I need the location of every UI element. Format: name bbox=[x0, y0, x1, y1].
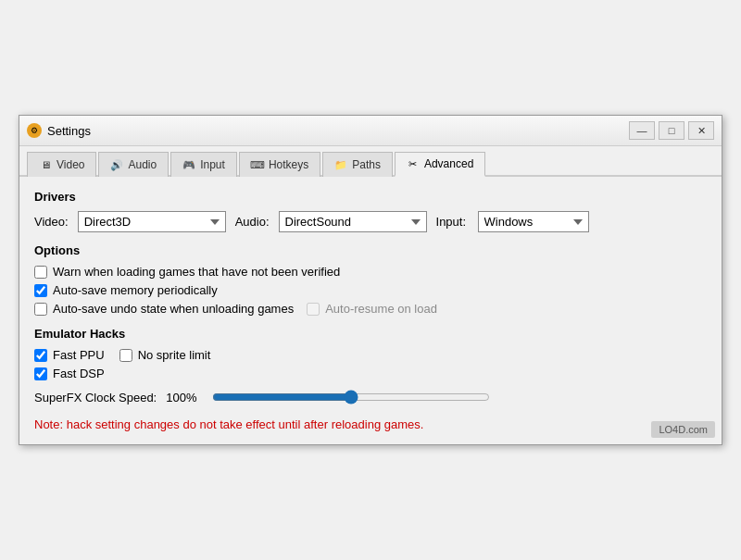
advanced-tab-icon: ✂ bbox=[407, 157, 420, 170]
close-button[interactable]: ✕ bbox=[688, 121, 714, 140]
fast-ppu-label: Fast PPU bbox=[53, 348, 105, 362]
no-sprite-limit-row: No sprite limit bbox=[119, 348, 211, 362]
title-bar: ⚙ Settings — □ ✕ bbox=[19, 116, 722, 146]
emulator-hacks-section: Emulator Hacks Fast PPU No sprite limit … bbox=[34, 327, 707, 406]
fast-dsp-row: Fast DSP bbox=[34, 367, 707, 380]
fast-dsp-label: Fast DSP bbox=[53, 367, 105, 380]
video-driver-label: Video: bbox=[34, 215, 69, 229]
watermark: LO4D.com bbox=[651, 421, 715, 438]
autosave-mem-label: Auto-save memory periodically bbox=[53, 283, 218, 297]
no-sprite-limit-label: No sprite limit bbox=[138, 348, 211, 362]
tab-bar: 🖥 Video 🔊 Audio 🎮 Input ⌨ Hotkeys 📁 Path… bbox=[19, 146, 722, 177]
hacks-title: Emulator Hacks bbox=[34, 327, 707, 341]
warn-checkbox[interactable] bbox=[34, 266, 47, 279]
title-bar-left: ⚙ Settings bbox=[27, 123, 91, 138]
no-sprite-limit-checkbox[interactable] bbox=[119, 349, 132, 362]
audio-driver-label: Audio: bbox=[235, 215, 270, 229]
superfx-label: SuperFX Clock Speed: bbox=[34, 391, 157, 404]
autosave-mem-checkbox[interactable] bbox=[34, 284, 47, 297]
minimize-button[interactable]: — bbox=[629, 121, 655, 140]
input-driver-label: Input: bbox=[436, 215, 469, 229]
video-driver-select[interactable]: Direct3D OpenGL bbox=[78, 211, 226, 232]
options-title: Options bbox=[34, 243, 707, 257]
app-icon: ⚙ bbox=[27, 123, 42, 138]
fast-dsp-checkbox[interactable] bbox=[34, 367, 47, 380]
autosave-mem-row: Auto-save memory periodically bbox=[34, 283, 707, 297]
input-tab-icon: 🎮 bbox=[182, 158, 195, 171]
tab-hotkeys-label: Hotkeys bbox=[269, 158, 308, 171]
maximize-button[interactable]: □ bbox=[659, 121, 684, 140]
tab-advanced[interactable]: ✂ Advanced bbox=[395, 152, 485, 177]
drivers-row: Video: Direct3D OpenGL Audio: DirectSoun… bbox=[34, 211, 707, 232]
options-section: Options Warn when loading games that hav… bbox=[34, 243, 707, 316]
tab-audio[interactable]: 🔊 Audio bbox=[98, 152, 169, 177]
hacks-row-1: Fast PPU No sprite limit bbox=[34, 348, 707, 362]
superfx-value: 100% bbox=[166, 391, 203, 404]
video-tab-icon: 🖥 bbox=[39, 158, 52, 171]
autosave-undo-label: Auto-save undo state when unloading game… bbox=[53, 302, 294, 316]
tab-content: Drivers Video: Direct3D OpenGL Audio: Di… bbox=[19, 177, 722, 444]
fast-ppu-row: Fast PPU bbox=[34, 348, 105, 362]
tab-hotkeys[interactable]: ⌨ Hotkeys bbox=[239, 152, 320, 177]
audio-driver-select[interactable]: DirectSound XAudio2 WASAPI bbox=[279, 211, 427, 232]
warn-label: Warn when loading games that have not be… bbox=[53, 265, 340, 279]
autoresume-label: Auto-resume on load bbox=[325, 302, 437, 316]
autosave-undo-row: Auto-save undo state when unloading game… bbox=[34, 302, 707, 316]
autosave-undo-checkbox[interactable] bbox=[34, 303, 47, 316]
tab-input[interactable]: 🎮 Input bbox=[170, 152, 237, 177]
fast-ppu-checkbox[interactable] bbox=[34, 349, 47, 362]
tab-advanced-label: Advanced bbox=[424, 157, 473, 170]
tab-video-label: Video bbox=[57, 158, 84, 171]
window-title: Settings bbox=[47, 124, 91, 138]
audio-tab-icon: 🔊 bbox=[110, 158, 123, 171]
tab-paths[interactable]: 📁 Paths bbox=[322, 152, 393, 177]
drivers-section: Drivers Video: Direct3D OpenGL Audio: Di… bbox=[34, 190, 707, 232]
superfx-slider-row: SuperFX Clock Speed: 100% bbox=[34, 388, 707, 406]
input-driver-select[interactable]: Windows DirectInput XInput bbox=[478, 211, 589, 232]
window-controls: — □ ✕ bbox=[629, 121, 714, 140]
warn-row: Warn when loading games that have not be… bbox=[34, 265, 707, 279]
autoresume-checkbox[interactable] bbox=[307, 303, 320, 316]
superfx-slider[interactable] bbox=[212, 388, 490, 406]
tab-video[interactable]: 🖥 Video bbox=[27, 152, 96, 177]
tab-input-label: Input bbox=[200, 158, 225, 171]
autoresume-group: Auto-resume on load bbox=[307, 302, 437, 316]
note-text: Note: hack setting changes do not take e… bbox=[34, 417, 707, 431]
hotkeys-tab-icon: ⌨ bbox=[251, 158, 264, 171]
tab-audio-label: Audio bbox=[128, 158, 157, 171]
drivers-title: Drivers bbox=[34, 190, 707, 204]
paths-tab-icon: 📁 bbox=[334, 158, 347, 171]
settings-window: ⚙ Settings — □ ✕ 🖥 Video 🔊 Audio 🎮 Input bbox=[19, 115, 722, 445]
tab-paths-label: Paths bbox=[352, 158, 381, 171]
